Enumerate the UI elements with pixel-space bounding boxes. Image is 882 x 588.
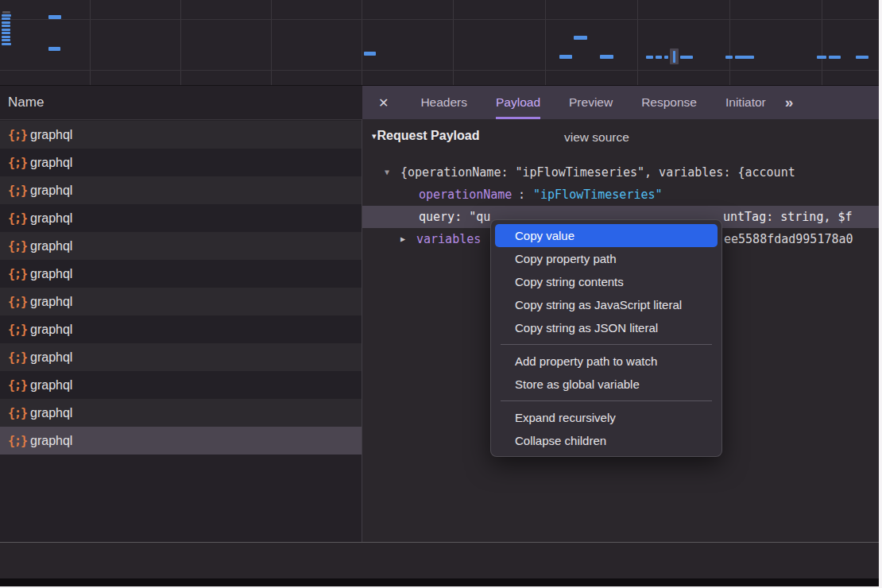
timeline-gridline <box>0 19 879 20</box>
tab-initiator[interactable]: Initiator <box>725 86 766 119</box>
tab-preview[interactable]: Preview <box>569 86 613 119</box>
json-braces-icon: {;} <box>8 156 30 170</box>
tab-response[interactable]: Response <box>641 86 697 119</box>
devtools-network-panel: Name {;} graphql {;} graphql {;} graphql… <box>0 0 882 588</box>
json-braces-icon: {;} <box>8 350 30 365</box>
section-title: Request Payload <box>377 129 480 143</box>
menu-item-store-as-global-variable[interactable]: Store as global variable <box>495 373 718 396</box>
request-timing-bar <box>2 14 11 17</box>
request-timing-bar <box>817 56 826 59</box>
request-timing-bar <box>2 21 10 24</box>
menu-separator <box>501 344 712 345</box>
request-name: graphql <box>30 156 72 170</box>
timeline-gridline <box>180 0 181 85</box>
request-timing-bar <box>600 55 613 59</box>
table-row[interactable]: {;} graphql <box>0 315 362 343</box>
request-name: graphql <box>30 323 72 337</box>
more-tabs-icon[interactable]: » <box>785 86 794 119</box>
request-timing-bar <box>829 56 841 59</box>
expanded-triangle-icon: ▼ <box>385 161 389 184</box>
menu-separator <box>501 400 712 401</box>
menu-item-copy-value[interactable]: Copy value <box>495 224 718 247</box>
request-timing-bar <box>2 25 10 27</box>
json-braces-icon: {;} <box>8 184 30 198</box>
request-payload-section-toggle[interactable]: ▾ Request Payload <box>372 129 479 143</box>
request-timing-bar <box>574 36 587 40</box>
request-timing-bar <box>2 39 10 41</box>
requests-panel: Name {;} graphql {;} graphql {;} graphql… <box>0 86 362 542</box>
name-column-header[interactable]: Name <box>0 86 362 120</box>
json-braces-icon: {;} <box>8 378 30 393</box>
request-timing-bar <box>673 51 675 63</box>
json-braces-icon: {;} <box>8 323 30 337</box>
request-name: graphql <box>30 211 72 226</box>
json-root-row[interactable]: ▼ {operationName: "ipFlowTimeseries", va… <box>362 161 879 184</box>
timeline-gridline <box>90 0 91 85</box>
timeline-gridline <box>545 0 546 85</box>
view-source-link[interactable]: view source <box>564 130 629 145</box>
detail-tab-bar: ✕ Headers Payload Preview Response Initi… <box>362 86 879 119</box>
request-timing-bar <box>856 56 868 59</box>
timeline-gridline <box>362 0 362 85</box>
tab-payload[interactable]: Payload <box>496 86 540 119</box>
json-braces-icon: {;} <box>8 406 30 420</box>
panel-split-divider[interactable] <box>362 119 362 578</box>
table-row[interactable]: {;} graphql <box>0 343 362 371</box>
json-value-right: ee5588fdad995178a0 <box>724 228 853 250</box>
request-name: graphql <box>30 184 72 198</box>
request-timing-bar <box>735 56 754 59</box>
table-row[interactable]: {;} graphql <box>0 232 362 260</box>
disclosure-triangle-icon: ▾ <box>372 131 377 141</box>
menu-item-add-property-path-to-watch[interactable]: Add property path to watch <box>495 350 718 373</box>
table-row[interactable]: {;} graphql <box>0 288 362 315</box>
requests-list: {;} graphql {;} graphql {;} graphql {;} … <box>0 121 362 455</box>
json-key: variables <box>416 228 481 250</box>
request-timing-bar <box>725 56 733 59</box>
json-braces-icon: {;} <box>8 128 30 142</box>
timeline-gridline <box>637 0 638 85</box>
request-name: graphql <box>30 434 72 448</box>
request-timing-bar <box>2 32 10 34</box>
tab-headers[interactable]: Headers <box>420 86 467 119</box>
table-row[interactable]: {;} graphql <box>0 260 362 288</box>
request-timing-bar <box>646 56 653 59</box>
request-timing-bar <box>2 43 11 45</box>
json-row-operationname[interactable]: operationName : "ipFlowTimeseries" <box>362 184 879 206</box>
request-timing-bar <box>2 11 10 14</box>
table-row[interactable]: {;} graphql <box>0 121 362 149</box>
request-timing-bar <box>2 29 10 31</box>
menu-item-copy-string-json-literal[interactable]: Copy string as JSON literal <box>495 316 718 339</box>
footer-area <box>0 543 879 578</box>
menu-item-copy-property-path[interactable]: Copy property path <box>495 247 718 270</box>
menu-item-copy-string-contents[interactable]: Copy string contents <box>495 270 718 293</box>
request-timing-bar <box>48 47 60 51</box>
request-name: graphql <box>30 350 72 365</box>
timeline-gridline <box>453 0 454 85</box>
request-timing-bar <box>559 55 572 59</box>
menu-item-copy-string-js-literal[interactable]: Copy string as JavaScript literal <box>495 293 718 316</box>
json-key: operationName <box>419 184 512 206</box>
table-row[interactable]: {;} graphql <box>0 176 362 204</box>
request-name: graphql <box>30 239 72 253</box>
request-name: graphql <box>30 295 72 309</box>
timeline-gridline <box>729 0 730 85</box>
json-braces-icon: {;} <box>8 434 30 448</box>
table-row-selected[interactable]: {;} graphql <box>0 427 362 455</box>
menu-item-collapse-children[interactable]: Collapse children <box>495 429 718 452</box>
timeline-gridline <box>271 0 272 85</box>
window-bottom-edge <box>0 578 879 586</box>
json-value-right: untTag: string, $f <box>723 206 853 228</box>
close-icon[interactable]: ✕ <box>373 86 393 119</box>
timeline-gridline <box>0 70 879 71</box>
table-row[interactable]: {;} graphql <box>0 371 362 399</box>
table-row[interactable]: {;} graphql <box>0 399 362 427</box>
menu-item-expand-recursively[interactable]: Expand recursively <box>495 406 718 429</box>
devtools-window: Name {;} graphql {;} graphql {;} graphql… <box>0 0 879 586</box>
request-timing-bar <box>364 52 376 56</box>
table-row[interactable]: {;} graphql <box>0 149 362 176</box>
network-overview-timeline[interactable] <box>0 0 879 86</box>
json-string-value: "ipFlowTimeseries" <box>533 184 663 206</box>
request-name: graphql <box>30 406 72 420</box>
table-row[interactable]: {;} graphql <box>0 204 362 232</box>
timeline-gridline <box>822 0 822 85</box>
